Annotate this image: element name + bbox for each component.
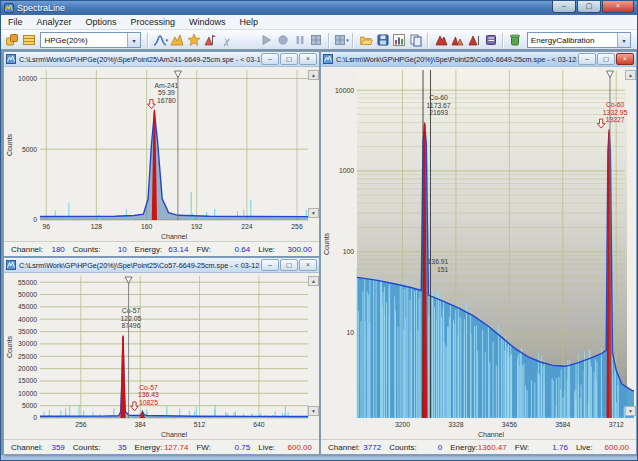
window-close-button[interactable]: × (616, 53, 634, 65)
acquisition-pause-icon[interactable] (291, 32, 308, 49)
chevron-down-icon[interactable]: ▾ (127, 33, 140, 47)
peak-area-icon[interactable] (432, 32, 449, 49)
app-titlebar[interactable]: SpectraLine – ▢ × (1, 1, 637, 15)
window-restore-button[interactable]: ▢ (597, 53, 615, 65)
efficiency-icon[interactable] (507, 32, 524, 49)
spectrum-plot[interactable]: Co-57122.0587496Co-57136.431082505000100… (4, 273, 317, 439)
svg-text:122.05: 122.05 (121, 315, 142, 322)
svg-text:136.91: 136.91 (428, 258, 449, 265)
acquisition-stop-icon[interactable] (308, 32, 325, 49)
scale-down-button[interactable]: ▼ (308, 406, 319, 416)
nuclide-library-icon[interactable] (482, 32, 499, 49)
counts-value: 35 (118, 443, 127, 452)
save-spectrum-icon[interactable] (374, 32, 391, 49)
menu-item-options[interactable]: Options (79, 15, 124, 29)
window-minimize-button[interactable]: – (261, 53, 279, 65)
copy-icon[interactable] (408, 32, 425, 49)
spectra-list-icon[interactable] (21, 32, 38, 49)
svg-text:5000: 5000 (22, 146, 37, 153)
scale-down-button[interactable]: ▼ (625, 406, 636, 416)
toolbar-separator (502, 33, 504, 48)
spectrum-window-co60: C:\Lsrm\Work\GP\HPGe(20%)\Spe\Point25\Co… (320, 51, 637, 455)
window-close-button[interactable]: × (299, 53, 317, 65)
live-value: 600.00 (288, 443, 312, 452)
chevron-down-icon[interactable]: ▾ (617, 33, 630, 47)
window-statusbar: Channel:359 Counts:35 Energy:127.74 FW:0… (4, 439, 319, 454)
svg-text:3200: 3200 (395, 421, 410, 428)
svg-text:10: 10 (346, 329, 354, 336)
scale-up-button[interactable]: ▲ (308, 276, 319, 286)
menu-item-windows[interactable]: Windows (182, 15, 233, 29)
svg-text:χ: χ (224, 34, 231, 46)
app-close-button[interactable]: × (602, 1, 634, 13)
peak-mark-icon[interactable] (169, 32, 186, 49)
spectrum-file-icon (6, 260, 16, 270)
menu-item-processing[interactable]: Processing (124, 15, 183, 29)
svg-text:Co-57: Co-57 (122, 307, 141, 314)
channel-value: 180 (51, 245, 64, 254)
svg-text:96: 96 (43, 223, 51, 230)
window-title: C:\Lsrm\Work\GP\HPGe(20%)\Spe\Point25\Co… (336, 55, 577, 64)
window-titlebar[interactable]: C:\Lsrm\Work\GP\HPGe(20%)\Spe\Point25\Am… (4, 52, 319, 67)
svg-text:45000: 45000 (18, 303, 37, 310)
app-icon (4, 3, 14, 13)
svg-text:20000: 20000 (18, 365, 37, 372)
window-restore-button[interactable]: ▢ (280, 53, 298, 65)
svg-text:10825: 10825 (139, 399, 158, 406)
plot-area: Co-601173.6721693Co-601332.9519227136.91… (321, 67, 636, 439)
window-minimize-button[interactable]: – (578, 53, 596, 65)
svg-text:Co-60: Co-60 (606, 101, 625, 108)
svg-text:87496: 87496 (122, 322, 141, 329)
detector-select[interactable]: HPGe(20%)▾ (40, 32, 141, 48)
svg-text:19227: 19227 (606, 116, 625, 123)
window-titlebar[interactable]: C:\Lsrm\Work\GP\HPGe(20%)\Spe\Point25\Co… (4, 258, 319, 273)
window-minimize-button[interactable]: – (261, 259, 279, 271)
svg-text:21693: 21693 (429, 109, 448, 116)
counts-label: Counts: (73, 443, 101, 452)
window-restore-button[interactable]: ▢ (280, 259, 298, 271)
open-spectrum-icon[interactable] (357, 32, 374, 49)
peak-search-icon[interactable]: ▾ (152, 32, 169, 49)
svg-text:136.43: 136.43 (138, 391, 159, 398)
scale-down-button[interactable]: ▼ (308, 208, 319, 218)
window-layout-icon[interactable]: ▾ (333, 32, 350, 49)
svg-text:Counts: Counts (323, 232, 330, 255)
energy-label: Energy: (135, 245, 163, 254)
menu-item-analyzer[interactable]: Analyzer (30, 15, 79, 29)
toolbar-separator (352, 33, 354, 48)
app-minimize-button[interactable]: – (552, 1, 576, 13)
menu-item-file[interactable]: File (1, 15, 30, 29)
peak-calc-icon[interactable] (466, 32, 483, 49)
calibration-select[interactable]: EnergyCalibration▾ (527, 32, 631, 48)
channel-value: 3772 (363, 443, 381, 452)
app-maximize-button[interactable]: ▢ (577, 1, 601, 13)
spectrum-plot[interactable]: Co-601173.6721693Co-601332.9519227136.91… (321, 67, 634, 439)
spectra-tile-icon[interactable] (4, 32, 21, 49)
acquisition-record-icon[interactable] (275, 32, 292, 49)
acquisition-start-icon[interactable] (258, 32, 275, 49)
scale-up-button[interactable]: ▲ (625, 70, 636, 80)
menu-item-help[interactable]: Help (233, 15, 266, 29)
window-title: C:\Lsrm\Work\GP\HPGe(20%)\Spe\Point25\Am… (19, 55, 260, 64)
svg-text:640: 640 (253, 421, 265, 428)
counts-value: 0 (438, 443, 442, 452)
spectrum-plot[interactable]: Am-24159.3916780050001000096128160192224… (4, 67, 317, 241)
scale-up-button[interactable]: ▲ (308, 70, 319, 80)
svg-text:0: 0 (33, 414, 37, 421)
calibration-select-value: EnergyCalibration (528, 36, 617, 45)
window-statusbar: Channel:180 Counts:10 Energy:63.14 FW:0.… (4, 241, 319, 256)
fit-icon[interactable]: χ (219, 32, 236, 49)
window-close-button[interactable]: × (299, 259, 317, 271)
peak-star-icon[interactable] (185, 32, 202, 49)
peak-flag-icon[interactable] (202, 32, 219, 49)
spectrum-window-co57: C:\Lsrm\Work\GP\HPGe(20%)\Spe\Point25\Co… (3, 257, 320, 455)
energy-value: 63.14 (168, 245, 188, 254)
peak-fit-icon[interactable] (449, 32, 466, 49)
svg-text:59.39: 59.39 (158, 89, 175, 96)
report-icon[interactable] (391, 32, 408, 49)
svg-text:192: 192 (191, 223, 203, 230)
svg-text:16780: 16780 (157, 97, 176, 104)
window-title: C:\Lsrm\Work\GP\HPGe(20%)\Spe\Point25\Co… (19, 261, 260, 270)
svg-text:512: 512 (194, 421, 206, 428)
window-titlebar[interactable]: C:\Lsrm\Work\GP\HPGe(20%)\Spe\Point25\Co… (321, 52, 636, 67)
